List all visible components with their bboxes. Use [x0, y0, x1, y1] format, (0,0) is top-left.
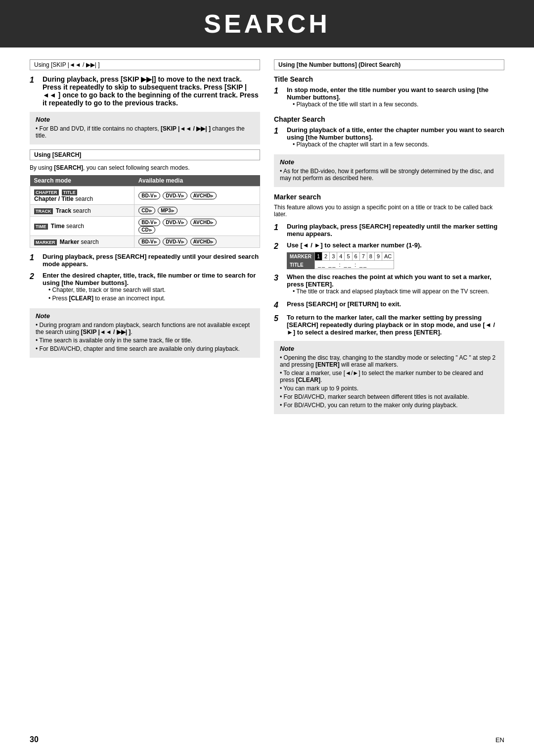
step4-marker: 4 Press [SEARCH] or [RETURN] to exit. [274, 300, 504, 310]
note-box-2: Note During program and random playback,… [30, 308, 260, 358]
avchd-badge-1: AVCHD [190, 192, 217, 199]
track-badge: TRACK [34, 208, 53, 214]
ms-step-num-1: 1 [274, 223, 284, 237]
marker-num-4: 4 [337, 252, 345, 261]
marker-row-label: MARKER [287, 252, 314, 261]
ts-bullet: Playback of the title will start in a fe… [287, 101, 504, 108]
step2-search-text: Enter the desired chapter, title, track,… [43, 272, 256, 286]
table-cell-mode-1: CHAPTER TITLE Chapter / Title search [30, 187, 134, 205]
content-columns: Using [SKIP |◄◄ / ▶▶| ] 1 During playbac… [30, 59, 504, 419]
note2-line1: During program and random playback, sear… [36, 322, 254, 335]
title-search-heading: Title Search [274, 75, 504, 83]
left-column: Using [SKIP |◄◄ / ▶▶| ] 1 During playbac… [30, 59, 260, 419]
table-cell-media-2: CD MP3 [134, 205, 260, 217]
ms-step2-text: Use [◄ / ►] to select a marker number (1… [287, 241, 422, 249]
marker-search-intro: This feature allows you to assign a spec… [274, 204, 504, 218]
title-display-row: TITLE __ __ : __ : __ [287, 261, 394, 269]
bullet-start: Chapter, title, track or time search wil… [43, 286, 260, 293]
ms-step-num-2: 2 [274, 241, 284, 269]
ms-step2-content: Use [◄ / ►] to select a marker number (1… [287, 241, 504, 269]
title-value: __ __ : __ : __ [314, 261, 394, 269]
cd-badge-1: CD [138, 207, 155, 214]
bdv-badge-2: BD-V [138, 219, 160, 226]
page: SEARCH Using [SKIP |◄◄ / ▶▶| ] 1 During … [0, 0, 534, 756]
ms-step3-bullet: The title or track and elapsed playback … [287, 288, 504, 295]
using-search-intro: By using [SEARCH], you can select follow… [30, 164, 260, 171]
step1-skip-content: During playback, press [SKIP ▶▶|] to mov… [43, 75, 259, 107]
step-num-2: 2 [30, 272, 40, 303]
title-row-label: TITLE [287, 261, 314, 269]
bdv-badge-1: BD-V [138, 192, 160, 199]
track-label: Track [56, 207, 71, 214]
page-number: 30 [30, 735, 39, 744]
chapter-badge: CHAPTER [34, 189, 59, 195]
note4-line1: Opening the disc tray, changing to the s… [280, 354, 498, 368]
ts-step1-text: In stop mode, enter the title number you… [287, 86, 489, 101]
language-label: EN [495, 736, 504, 744]
step1-marker: 1 During playback, press [SEARCH] repeat… [274, 223, 504, 237]
search-mode-table: Search mode Available media CHAPTER TITL… [30, 175, 260, 248]
marker-search-heading: Marker search [274, 193, 504, 201]
note-box-3: Note As for the BD-video, how it perform… [274, 154, 504, 187]
time-label: Time [51, 223, 65, 230]
step1-title-search: 1 In stop mode, enter the title number y… [274, 86, 504, 109]
note4-line5: For BD/AVCHD, you can return to the make… [280, 402, 498, 409]
time-badge: TIME [34, 224, 48, 230]
marker-num-1: 1 [314, 252, 322, 261]
cd-badge-2: CD [138, 226, 155, 234]
mp3-badge: MP3 [158, 207, 178, 214]
chapter-title-label: Chapter / Title [34, 195, 74, 202]
ts-step1-content: In stop mode, enter the title number you… [287, 86, 504, 109]
ms-step-num-4: 4 [274, 300, 284, 310]
marker-display-row: MARKER 1 2 3 4 5 6 7 8 9 AC [287, 252, 394, 261]
ms-step3-text: When the disc reaches the point at which… [287, 273, 491, 288]
marker-num-5: 5 [345, 252, 352, 261]
page-title: SEARCH [30, 9, 504, 39]
marker-num-9: 9 [374, 252, 382, 261]
chapter-search-heading: Chapter Search [274, 115, 504, 123]
table-cell-media-1: BD-V DVD-V AVCHD [134, 187, 260, 205]
step1-skip-text: During playback, press [SKIP ▶▶|] to mov… [43, 75, 260, 107]
dvdv-badge-2: DVD-V [163, 219, 187, 226]
marker-num-8: 8 [367, 252, 374, 261]
table-row: TIME Time search BD-V DVD-V AVCHD CD [30, 217, 260, 236]
ms-step4-text: Press [SEARCH] or [RETURN] to exit. [287, 300, 401, 308]
note-box-1: Note For BD and DVD, if title contains n… [30, 112, 260, 144]
note-title-4: Note [280, 345, 498, 352]
bullet-clear: Press [CLEAR] to erase an incorrect inpu… [43, 295, 260, 302]
avchd-badge-2: AVCHD [190, 219, 217, 226]
table-header-mode: Search mode [30, 175, 134, 187]
note3-line1: As for the BD-video, how it performs wil… [280, 168, 498, 182]
note2-line3: For BD/AVCHD, chapter and time search ar… [36, 345, 254, 352]
right-column: Using [the Number buttons] (Direct Searc… [274, 59, 504, 419]
note4-line3: You can mark up to 9 points. [280, 385, 498, 392]
marker-num-7: 7 [359, 252, 367, 261]
marker-num-6: 6 [352, 252, 359, 261]
table-cell-mode-3: TIME Time search [30, 217, 134, 236]
page-header: SEARCH [0, 0, 534, 47]
avchd-badge-3: AVCHD [190, 238, 217, 245]
note4-line2: To clear a marker, use [◄/►] to select t… [280, 370, 498, 383]
ms-step5-content: To return to the marker later, call the … [287, 314, 504, 336]
marker-display-table: MARKER 1 2 3 4 5 6 7 8 9 AC [287, 252, 394, 269]
step1-skip: 1 During playback, press [SKIP ▶▶|] to m… [30, 75, 260, 107]
ts-step-num-1: 1 [274, 86, 284, 109]
table-row: MARKER Marker search BD-V DVD-V AVCHD [30, 236, 260, 248]
table-cell-mode-2: TRACK Track search [30, 205, 134, 217]
cs-step-num-1: 1 [274, 126, 284, 149]
note-title-3: Note [280, 158, 498, 166]
note-title-2: Note [36, 312, 254, 320]
ms-step3-content: When the disc reaches the point at which… [287, 273, 504, 296]
step1-search: 1 During playback, press [SEARCH] repeat… [30, 253, 260, 268]
step2-search: 2 Enter the desired chapter, title, trac… [30, 272, 260, 303]
step5-marker: 5 To return to the marker later, call th… [274, 314, 504, 336]
using-number-header: Using [the Number buttons] (Direct Searc… [274, 59, 504, 70]
step2-search-content: Enter the desired chapter, title, track,… [43, 272, 260, 303]
marker-badge: MARKER [34, 239, 57, 245]
page-footer: 30 EN [30, 735, 504, 744]
note4-line4: For BD/AVCHD, marker search between diff… [280, 393, 498, 400]
ms-step-num-3: 3 [274, 273, 284, 296]
ms-step-num-5: 5 [274, 314, 284, 336]
step-num-1: 1 [30, 253, 40, 268]
step-number-1: 1 [30, 75, 40, 107]
